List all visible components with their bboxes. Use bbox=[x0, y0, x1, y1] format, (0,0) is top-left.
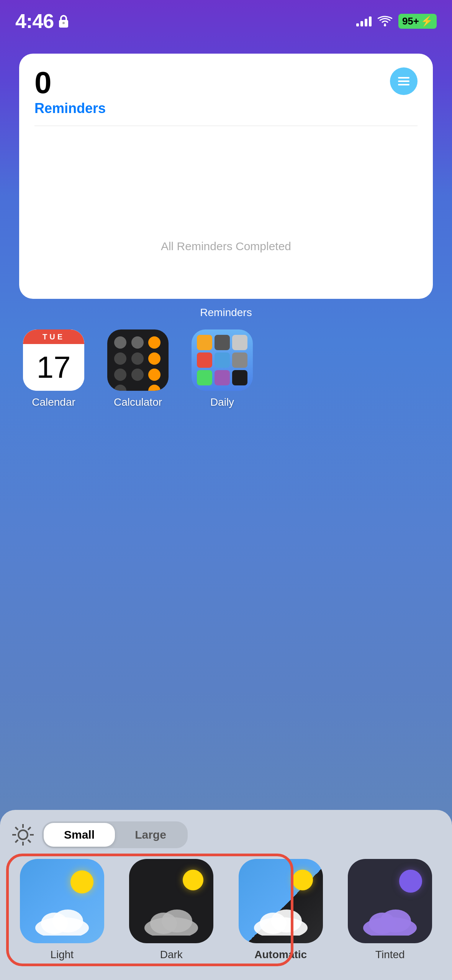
app-icons-row: TUE 17 Calendar Calculato bbox=[23, 329, 253, 408]
svg-point-26 bbox=[380, 910, 411, 932]
calc-btn-orange bbox=[148, 336, 160, 349]
status-time-group: 4:46 bbox=[15, 10, 69, 33]
sun-icon bbox=[11, 823, 34, 846]
calc-btn bbox=[131, 336, 144, 349]
calc-btn-orange bbox=[148, 369, 160, 381]
calendar-app-label: Calendar bbox=[32, 396, 75, 408]
style-light-option[interactable]: Light bbox=[11, 859, 113, 961]
signal-bars bbox=[356, 16, 372, 26]
folder-mini-7 bbox=[197, 370, 212, 385]
calendar-date: 17 bbox=[37, 352, 71, 383]
calculator-app-item[interactable]: Calculator bbox=[107, 329, 169, 408]
weather-cloud-dark bbox=[141, 901, 202, 936]
weather-cloud-blob-tinted bbox=[399, 870, 422, 893]
calc-btn-orange bbox=[148, 385, 160, 391]
daily-app-item[interactable]: Daily bbox=[192, 329, 253, 408]
style-auto-label: Automatic bbox=[254, 949, 307, 961]
signal-bar-1 bbox=[356, 23, 359, 26]
daily-app-label: Daily bbox=[210, 396, 234, 408]
signal-bar-3 bbox=[365, 19, 367, 26]
battery-lightning: ⚡ bbox=[421, 15, 433, 27]
status-right: 95+ ⚡ bbox=[356, 14, 437, 29]
folder-mini-3 bbox=[232, 335, 247, 350]
svg-point-6 bbox=[18, 830, 28, 839]
style-dark-label: Dark bbox=[160, 949, 183, 961]
status-bar: 4:46 95+ ⚡ bbox=[0, 0, 452, 34]
svg-line-12 bbox=[28, 840, 31, 842]
folder-mini-1 bbox=[197, 335, 212, 350]
battery-indicator: 95+ ⚡ bbox=[398, 14, 437, 29]
calendar-app-item[interactable]: TUE 17 Calendar bbox=[23, 329, 84, 408]
style-light-icon bbox=[20, 859, 104, 943]
calendar-day-name: TUE bbox=[43, 333, 65, 341]
folder-mini-4 bbox=[197, 352, 212, 368]
folder-mini-9 bbox=[232, 370, 247, 385]
svg-point-1 bbox=[62, 22, 65, 24]
svg-point-20 bbox=[162, 910, 192, 932]
sheet-top-row: Small Large bbox=[11, 821, 441, 848]
weather-cloud-auto bbox=[250, 901, 311, 936]
svg-point-23 bbox=[271, 910, 302, 932]
style-tinted-label: Tinted bbox=[375, 949, 405, 961]
folder-mini-2 bbox=[215, 335, 230, 350]
calc-btn bbox=[114, 336, 126, 349]
svg-line-13 bbox=[28, 827, 31, 830]
style-options-row: Light Dark bbox=[11, 859, 441, 961]
weather-sun-light bbox=[70, 870, 93, 893]
reminders-widget: 0 Reminders All Reminders Completed bbox=[19, 54, 433, 299]
weather-sun-dark bbox=[183, 870, 203, 890]
calc-btn bbox=[131, 352, 144, 365]
weather-sun-auto bbox=[292, 870, 313, 890]
svg-point-17 bbox=[52, 910, 83, 932]
reminders-list-button[interactable] bbox=[390, 67, 418, 95]
calc-btn bbox=[114, 369, 126, 381]
signal-bar-2 bbox=[360, 21, 363, 26]
battery-percent: 95+ bbox=[402, 15, 419, 27]
svg-rect-5 bbox=[398, 84, 409, 85]
weather-cloud-tinted bbox=[359, 901, 421, 936]
style-light-label: Light bbox=[50, 949, 74, 961]
calendar-app-icon: TUE 17 bbox=[23, 329, 84, 391]
calc-btn bbox=[114, 352, 126, 365]
svg-rect-4 bbox=[398, 80, 409, 82]
style-dark-icon bbox=[129, 859, 213, 943]
status-time: 4:46 bbox=[15, 10, 54, 33]
style-auto-icon bbox=[239, 859, 323, 943]
calculator-app-label: Calculator bbox=[114, 396, 162, 408]
size-small-option[interactable]: Small bbox=[44, 823, 115, 847]
size-toggle: Small Large bbox=[42, 821, 188, 848]
folder-mini-5 bbox=[215, 352, 230, 368]
size-large-option[interactable]: Large bbox=[115, 823, 186, 847]
wifi-icon bbox=[378, 16, 392, 26]
style-tinted-option[interactable]: Tinted bbox=[340, 859, 441, 961]
signal-bar-4 bbox=[369, 16, 372, 26]
widget-label: Reminders bbox=[0, 306, 452, 319]
folder-mini-6 bbox=[232, 352, 247, 368]
svg-line-14 bbox=[15, 840, 18, 842]
calc-btn bbox=[114, 385, 126, 391]
style-options-container: Light Dark bbox=[11, 859, 441, 961]
bottom-sheet: Small Large Light bbox=[0, 810, 452, 980]
svg-point-2 bbox=[384, 24, 386, 26]
widget-empty-message: All Reminders Completed bbox=[19, 240, 433, 253]
lock-icon bbox=[58, 15, 69, 28]
style-tinted-icon bbox=[348, 859, 432, 943]
style-dark-option[interactable]: Dark bbox=[121, 859, 222, 961]
folder-mini-8 bbox=[215, 370, 230, 385]
reminders-count: 0 bbox=[34, 67, 418, 98]
svg-line-11 bbox=[15, 827, 18, 830]
reminders-title: Reminders bbox=[34, 100, 418, 116]
style-auto-option[interactable]: Automatic bbox=[230, 859, 331, 961]
widget-divider bbox=[34, 126, 418, 126]
calculator-app-icon bbox=[107, 329, 169, 391]
weather-cloud-light bbox=[31, 901, 93, 936]
daily-app-icon bbox=[192, 329, 253, 391]
calc-btn bbox=[131, 369, 144, 381]
svg-rect-3 bbox=[398, 77, 409, 79]
list-icon bbox=[396, 74, 411, 88]
calc-btn-orange bbox=[148, 352, 160, 365]
